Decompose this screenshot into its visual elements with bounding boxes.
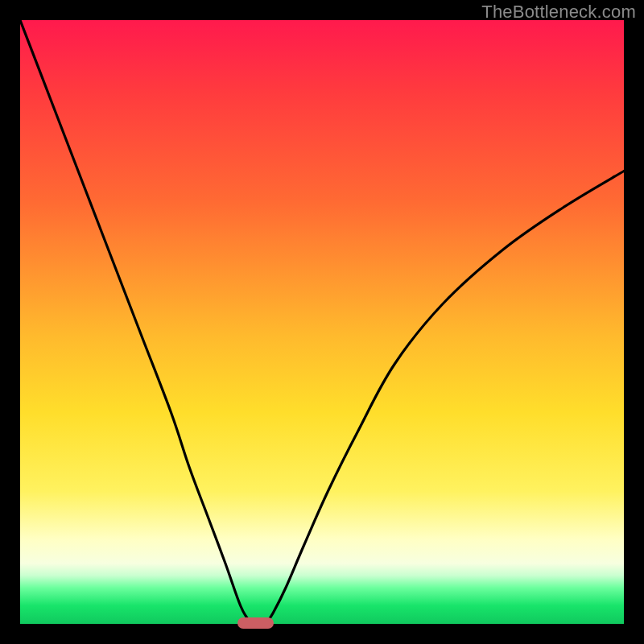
chart-frame: TheBottleneck.com — [0, 0, 644, 644]
bottleneck-curve — [20, 20, 624, 624]
plot-area — [20, 20, 624, 624]
optimal-marker — [237, 617, 274, 629]
